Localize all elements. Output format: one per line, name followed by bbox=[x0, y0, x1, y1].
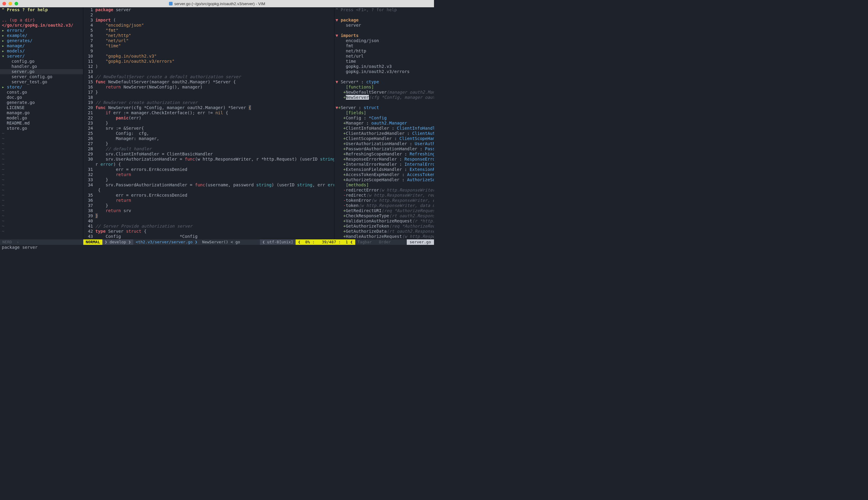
code-line[interactable]: 44 Manager oauth2.Manager bbox=[83, 239, 334, 239]
tagbar-item[interactable]: +ClientInfoHandler : ClientInfoHandle bbox=[334, 126, 434, 131]
code-line[interactable]: 4 "encoding/json" bbox=[83, 23, 334, 28]
tagbar-item[interactable]: +HandleAuthorizeRequest(w http.Respon bbox=[334, 234, 434, 239]
code-line[interactable]: 10 "gopkg.in/oauth2.v3" bbox=[83, 54, 334, 59]
nerdtree-file[interactable]: doc.go bbox=[0, 95, 83, 100]
nerdtree-file[interactable]: README.md bbox=[0, 121, 83, 126]
tagbar-section-server-struct[interactable]: ▼+Server : struct bbox=[334, 105, 434, 110]
code-line[interactable]: 40 bbox=[83, 218, 334, 224]
nerdtree-file[interactable]: store.go bbox=[0, 126, 83, 131]
code-line[interactable]: 29 srv.ClientInfoHandler = ClientBasicHa… bbox=[83, 151, 334, 157]
tagbar-item[interactable]: +ClientScopeHandler : ClientScopeHand bbox=[334, 136, 434, 141]
code-line[interactable]: 34 srv.PasswordAuthorizationHandler = fu… bbox=[83, 182, 334, 188]
nerdtree-file[interactable]: server_config.go bbox=[0, 74, 83, 79]
code-line[interactable]: 37 } bbox=[83, 203, 334, 208]
nerdtree-file[interactable]: server.go bbox=[0, 69, 83, 74]
tagbar-item[interactable]: +ResponseErrorHandler : ResponseError bbox=[334, 157, 434, 162]
code-line[interactable]: 6 "net/http" bbox=[83, 33, 334, 38]
tagbar-item[interactable]: +InternalErrorHandler : InternalError bbox=[334, 162, 434, 167]
tagbar-item[interactable]: -tokenError(w http.ResponseWriter, er bbox=[334, 198, 434, 203]
tagbar-item[interactable]: +AccessTokenExpHandler : AccessTokenE bbox=[334, 172, 434, 177]
tagbar-item[interactable]: +ClientAuthorizedHandler : ClientAuth bbox=[334, 131, 434, 136]
code-line[interactable]: 12) bbox=[83, 64, 334, 69]
tagbar-item[interactable]: encoding/json bbox=[334, 38, 434, 43]
code-line[interactable]: 22 panic(err) bbox=[83, 115, 334, 121]
tagbar-item[interactable]: +GetRedirectURI(req *AuthorizeRequest bbox=[334, 208, 434, 213]
nerdtree-pane[interactable]: " Press ? for help .. (up a dir) </go/sr… bbox=[0, 7, 83, 239]
code-line[interactable]: 18 bbox=[83, 95, 334, 100]
code-line[interactable]: 1package server bbox=[83, 7, 334, 12]
tagbar-item[interactable]: +GetAuthorizeToken(req *AuthorizeRequ bbox=[334, 224, 434, 229]
nerdtree-dir[interactable]: ▸ models/ bbox=[0, 48, 83, 54]
code-line[interactable]: 33 } bbox=[83, 177, 334, 182]
tagbar-item[interactable]: +AuthorizeScopeHandler : AuthorizeSco bbox=[334, 177, 434, 182]
tagbar-item[interactable]: +Config : *Config bbox=[334, 115, 434, 121]
code-line[interactable]: 41// Server Provide authorization server bbox=[83, 224, 334, 229]
nerdtree-root[interactable]: </go/src/gopkg.in/oauth2.v3/ bbox=[0, 23, 83, 28]
tagbar-section-server-ctype[interactable]: ▼ Server* : ctype bbox=[334, 79, 434, 84]
nerdtree-file[interactable]: manage.go bbox=[0, 110, 83, 115]
code-line[interactable]: 17} bbox=[83, 90, 334, 95]
code-line[interactable]: 13 bbox=[83, 69, 334, 74]
tagbar-item[interactable]: +UserAuthorizationHandler : UserAutho bbox=[334, 141, 434, 146]
tagbar-item[interactable]: +ExtensionFieldsHandler : ExtensionFi bbox=[334, 167, 434, 172]
nerdtree-dir[interactable]: ▾ server/ bbox=[0, 54, 83, 59]
tagbar-item[interactable]: server bbox=[334, 23, 434, 28]
nerdtree-file[interactable]: generate.go bbox=[0, 100, 83, 105]
tagbar-item[interactable]: +GetAuthorizeData(rt oauth2.ResponseT bbox=[334, 229, 434, 234]
code-line[interactable]: 36 return bbox=[83, 198, 334, 203]
tagbar-item[interactable]: +Manager : oauth2.Manager bbox=[334, 121, 434, 126]
code-line[interactable]: 16 return NewServer(NewConfig(), manager… bbox=[83, 84, 334, 90]
code-line[interactable]: 21 if err := manager.CheckInterface(); e… bbox=[83, 110, 334, 115]
tagbar-section-package[interactable]: ▼ package bbox=[334, 18, 434, 23]
code-line[interactable]: 8 "time" bbox=[83, 43, 334, 48]
nerdtree-dir[interactable]: ▸ errors/ bbox=[0, 28, 83, 33]
tagbar-item[interactable]: +NewDefaultServer(manager oauth2.Mana bbox=[334, 90, 434, 95]
code-line[interactable]: 39} bbox=[83, 213, 334, 218]
code-line[interactable]: 26 Manager: manager, bbox=[83, 136, 334, 141]
code-line[interactable]: 2 bbox=[83, 12, 334, 18]
code-line[interactable]: 25 Config: cfg, bbox=[83, 131, 334, 136]
nerdtree-file[interactable]: model.go bbox=[0, 115, 83, 121]
code-line[interactable]: 23 } bbox=[83, 121, 334, 126]
tagbar-item[interactable]: -token(w http.ResponseWriter, data ma bbox=[334, 203, 434, 208]
code-line[interactable]: 15func NewDefaultServer(manager oauth2.M… bbox=[83, 79, 334, 84]
code-line[interactable]: 43 Config *Config bbox=[83, 234, 334, 239]
tagbar-item[interactable]: gopkg.in/oauth2.v3/errors bbox=[334, 69, 434, 74]
tagbar-item[interactable]: time bbox=[334, 59, 434, 64]
nerdtree-file[interactable]: server_test.go bbox=[0, 79, 83, 84]
tagbar-item[interactable]: -redirectError(w http.ResponseWriter, bbox=[334, 188, 434, 193]
code-line[interactable]: 9 bbox=[83, 48, 334, 54]
maximize-icon[interactable] bbox=[14, 2, 18, 5]
nerdtree-file[interactable]: config.go bbox=[0, 59, 83, 64]
tagbar-item[interactable]: +RefreshingScopeHandler : RefreshingS bbox=[334, 151, 434, 157]
code-line[interactable]: 20func NewServer(cfg *Config, manager oa… bbox=[83, 105, 334, 110]
tagbar-item[interactable]: +PasswordAuthorizationHandler : Passw bbox=[334, 146, 434, 151]
code-line[interactable]: { bbox=[83, 188, 334, 193]
tagbar-item[interactable]: -redirect(w http.ResponseWriter, req bbox=[334, 193, 434, 198]
code-line[interactable]: 27 } bbox=[83, 141, 334, 146]
tagbar-section-imports[interactable]: ▼ imports bbox=[334, 33, 434, 38]
code-line[interactable]: 14// NewDefaultServer create a default a… bbox=[83, 74, 334, 79]
code-line[interactable]: 7 "net/url" bbox=[83, 38, 334, 43]
code-line[interactable]: 11 "gopkg.in/oauth2.v3/errors" bbox=[83, 59, 334, 64]
code-line[interactable]: r error) { bbox=[83, 162, 334, 167]
code-line[interactable]: 32 return bbox=[83, 172, 334, 177]
nerdtree-file[interactable]: LICENSE bbox=[0, 105, 83, 110]
command-line[interactable]: package server bbox=[0, 245, 434, 250]
code-line[interactable]: 35 err = errors.ErrAccessDenied bbox=[83, 193, 334, 198]
close-icon[interactable] bbox=[2, 2, 6, 5]
nerdtree-file[interactable]: handler.go bbox=[0, 64, 83, 69]
code-line[interactable]: 3import ( bbox=[83, 18, 334, 23]
code-line[interactable]: 42type Server struct { bbox=[83, 229, 334, 234]
code-line[interactable]: 30 srv.UserAuthorizationHandler = func(w… bbox=[83, 157, 334, 162]
nerdtree-dir[interactable]: ▸ store/ bbox=[0, 84, 83, 90]
code-line[interactable]: 28 // default handler bbox=[83, 146, 334, 151]
code-line[interactable]: 38 return srv bbox=[83, 208, 334, 213]
tagbar-pane[interactable]: " Press <F1>, ? for help ▼ package serve… bbox=[334, 7, 434, 239]
tagbar-item[interactable]: +NewServer(cfg *Config, manager oauth bbox=[334, 95, 434, 100]
code-line[interactable]: 5 "fmt" bbox=[83, 28, 334, 33]
tagbar-item[interactable]: net/url bbox=[334, 54, 434, 59]
editor-pane[interactable]: 1package server23import (4 "encoding/jso… bbox=[83, 7, 334, 239]
tagbar-item[interactable]: gopkg.in/oauth2.v3 bbox=[334, 64, 434, 69]
code-line[interactable]: 19// NewServer create authorization serv… bbox=[83, 100, 334, 105]
